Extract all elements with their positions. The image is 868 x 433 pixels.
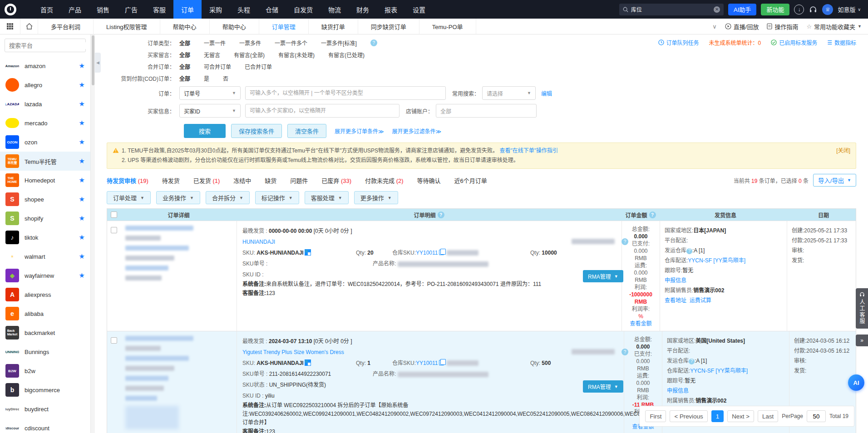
- star-icon[interactable]: ★: [79, 157, 85, 165]
- platform-search-input[interactable]: [9, 42, 89, 49]
- more-filter-conditions-link[interactable]: 展开更多过滤条件≫: [392, 127, 442, 135]
- star-icon[interactable]: ★: [79, 119, 85, 127]
- filter-option[interactable]: 有留言(未处理): [278, 51, 315, 59]
- star-icon[interactable]: ★: [79, 195, 85, 203]
- buyer-id-input[interactable]: [245, 104, 399, 118]
- status-tab-2[interactable]: 已发货 (1): [193, 176, 220, 185]
- ai-assistant-button[interactable]: AI助手: [728, 4, 756, 15]
- main-menu-item-1[interactable]: 产品: [61, 0, 89, 19]
- bundle-sku-icon[interactable]: [305, 250, 311, 255]
- declare-info-link[interactable]: 申报信息: [665, 277, 686, 284]
- main-menu-item-12[interactable]: 报表: [377, 0, 405, 19]
- page-tab-4[interactable]: 订单管理: [259, 19, 309, 34]
- help-icon[interactable]: ?: [621, 238, 628, 245]
- status-tab-7[interactable]: 付款未完成 (2): [365, 176, 404, 185]
- order-number-type-select[interactable]: 订单号▼: [179, 86, 241, 100]
- sidebar-platform-allegro[interactable]: allegro ★: [0, 75, 90, 94]
- status-tab-4[interactable]: 缺货: [265, 176, 276, 185]
- main-menu-item-7[interactable]: 头程: [230, 0, 258, 19]
- version-switcher[interactable]: 如意版∨: [838, 5, 861, 14]
- page-tab-3[interactable]: 帮助中心: [210, 19, 259, 34]
- view-amount-link[interactable]: 查看金额: [622, 320, 660, 327]
- star-icon[interactable]: ★: [79, 138, 85, 146]
- status-tab-5[interactable]: 问题件: [290, 176, 308, 185]
- app-logo[interactable]: [0, 0, 21, 19]
- more-order-conditions-link[interactable]: 展开更多订单条件≫: [335, 127, 384, 135]
- main-menu-item-6[interactable]: 采购: [202, 0, 230, 19]
- action-button-1[interactable]: 业务操作▼: [156, 191, 200, 204]
- status-tab-8[interactable]: 等待确认: [417, 176, 441, 185]
- main-menu-item-10[interactable]: 物流: [321, 0, 349, 19]
- product-title-link[interactable]: HUNIANDAJI: [242, 239, 275, 245]
- action-button-0[interactable]: 订单处理▼: [107, 191, 151, 204]
- quick-search-select[interactable]: 请选择▼: [482, 86, 536, 100]
- action-button-5[interactable]: 更多操作▼: [354, 191, 398, 204]
- main-menu-item-2[interactable]: 销售: [89, 0, 117, 19]
- sidebar-platform-amazon[interactable]: Amazon amazon ★: [0, 56, 90, 75]
- global-search[interactable]: 库位 ✕: [619, 4, 724, 15]
- sidebar-platform-mercado[interactable]: mercado ★: [0, 113, 90, 133]
- freight-calc-link[interactable]: 运费试算: [690, 297, 711, 304]
- sidebar-platform-shopee[interactable]: S shopee ★: [0, 190, 90, 209]
- page-tab-1[interactable]: Listing权限管理: [94, 19, 160, 34]
- filter-option[interactable]: 一票一件多个: [275, 39, 307, 47]
- apps-grid-icon[interactable]: [0, 23, 20, 30]
- home-icon[interactable]: [20, 19, 38, 34]
- page-prev-button[interactable]: < Previous: [670, 410, 707, 422]
- sidebar-platform-ozon[interactable]: OZON ozon ★: [0, 133, 90, 152]
- main-menu-item-5[interactable]: 订单: [173, 0, 202, 19]
- warehouse-sku-link[interactable]: YY10011: [416, 250, 438, 256]
- help-icon[interactable]: ?: [689, 359, 695, 364]
- sidebar-platform-buydirect[interactable]: BuyDirect buydirect: [0, 399, 90, 418]
- sidebar-platform-shopify[interactable]: S shopify ★: [0, 209, 90, 228]
- copy-icon[interactable]: [439, 360, 444, 365]
- help-icon[interactable]: ?: [621, 349, 628, 355]
- notice-close-link[interactable]: [关闭]: [836, 146, 850, 156]
- page-first-button[interactable]: First: [645, 410, 666, 422]
- product-title-link[interactable]: Yigutest Trendy Plus Size Women's Dress: [242, 349, 344, 355]
- sidebar-platform-lazada[interactable]: LAZADA lazada ★: [0, 94, 90, 113]
- filter-option[interactable]: 全部: [179, 63, 190, 70]
- filter-option[interactable]: 可合并订单: [204, 63, 231, 70]
- copy-icon[interactable]: [439, 250, 444, 255]
- sidebar-platform-Bunnings[interactable]: BUNNINGS Bunnings: [0, 342, 90, 361]
- filter-option[interactable]: 一票一件: [204, 39, 226, 47]
- filter-option[interactable]: 全部: [179, 39, 190, 47]
- main-menu-item-11[interactable]: 财务: [349, 0, 377, 19]
- bundle-sku-icon[interactable]: [305, 360, 311, 365]
- data-metrics-link[interactable]: ☰ 数据指标: [827, 39, 856, 46]
- select-all-checkbox[interactable]: [111, 212, 117, 218]
- clear-search-icon[interactable]: ✕: [714, 6, 720, 13]
- sidebar-scrollbar[interactable]: [91, 34, 95, 433]
- sidebar-platform-Temu半托管[interactable]: TEMU半托管 Temu半托管 ★: [0, 152, 90, 171]
- page-tab-7[interactable]: Temu-PO单: [419, 19, 476, 34]
- edit-quick-search-link[interactable]: 编辑: [541, 89, 552, 97]
- notice-guide-link[interactable]: 查看"在线下单"操作指引: [499, 148, 558, 154]
- sidebar-platform-walmart[interactable]: ✳ walmart ★: [0, 247, 90, 266]
- favorites-link[interactable]: ☆ 常用功能收藏夹 ▼: [806, 22, 862, 31]
- star-icon[interactable]: ★: [79, 233, 85, 241]
- action-button-2[interactable]: 合并拆分▼: [206, 191, 250, 204]
- sidebar-platform-wayfairnew[interactable]: ◆ wayfairnew ★: [0, 266, 90, 285]
- ungenerated-orders-stat[interactable]: 未生成系统单统计：0: [709, 39, 761, 46]
- page-next-button[interactable]: Next >: [727, 410, 754, 422]
- per-page-input[interactable]: [807, 410, 826, 422]
- status-tab-0[interactable]: 待发货审核 (19): [107, 176, 148, 185]
- warehouse-delivery-link[interactable]: YYCN-SF [YY菜鸟顺丰]: [690, 368, 748, 374]
- star-icon[interactable]: ★: [79, 176, 85, 184]
- warehouse-sku-link[interactable]: YY10011: [416, 360, 438, 366]
- page-tab-2[interactable]: 帮助中心: [160, 19, 210, 34]
- status-tab-3[interactable]: 冻结中: [233, 176, 251, 185]
- filter-option[interactable]: 一票多件[标准]: [321, 39, 357, 47]
- status-tab-6[interactable]: 已废弃 (33): [321, 176, 351, 185]
- view-address-link[interactable]: 查看地址: [665, 297, 686, 304]
- main-menu-item-9[interactable]: 自发货: [286, 0, 321, 19]
- help-icon[interactable]: ?: [438, 212, 444, 218]
- page-tab-0[interactable]: 多平台利润: [38, 19, 94, 34]
- page-last-button[interactable]: Last: [758, 410, 778, 422]
- warehouse-delivery-link[interactable]: YYCN-SF [YY菜鸟顺丰]: [688, 257, 745, 264]
- tabs-overflow-chevron[interactable]: ∨: [712, 23, 717, 30]
- filter-option[interactable]: 全部: [179, 51, 190, 59]
- import-export-button[interactable]: 导入/导出▼: [813, 174, 856, 187]
- tagging-service-link[interactable]: 已启用标发服务: [771, 39, 817, 46]
